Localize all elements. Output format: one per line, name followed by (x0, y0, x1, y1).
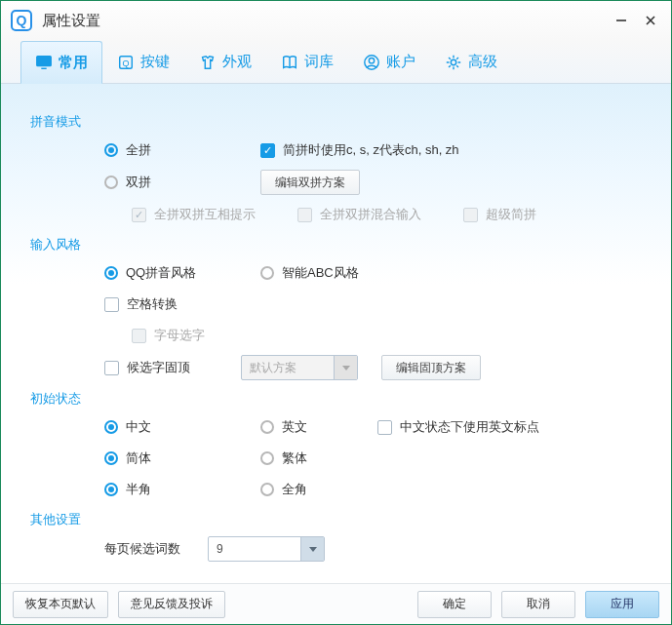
gear-icon (445, 54, 462, 71)
radio-label: 半角 (126, 481, 151, 498)
checkbox-label: 全拼双拼混合输入 (320, 206, 421, 223)
radio-abc-style[interactable] (260, 266, 274, 280)
radio-traditional[interactable] (260, 451, 274, 465)
tab-appearance[interactable]: 外观 (184, 40, 266, 83)
minimize-button[interactable] (607, 6, 636, 35)
radio-label: 繁体 (282, 449, 307, 467)
select-value: 默认方案 (242, 360, 334, 376)
section-input-style: 输入风格 (30, 236, 642, 254)
tab-label: 账户 (386, 53, 415, 71)
tab-account[interactable]: 账户 (348, 40, 430, 83)
feedback-button[interactable]: 意见反馈及投诉 (118, 591, 225, 618)
radio-simplified[interactable] (104, 451, 118, 465)
edit-top-scheme-button[interactable]: 编辑固顶方案 (381, 355, 481, 380)
checkbox-mix-hint (132, 208, 146, 222)
checkbox-label: 空格转换 (127, 295, 178, 313)
checkbox-space-convert[interactable] (104, 297, 119, 312)
shirt-icon (199, 54, 217, 71)
radio-fullwidth[interactable] (260, 483, 274, 496)
radio-label: 简体 (126, 449, 151, 467)
section-initial-state: 初始状态 (30, 390, 642, 408)
radio-label: QQ拼音风格 (126, 264, 196, 282)
select-top-scheme: 默认方案 (241, 355, 358, 380)
radio-chinese[interactable] (104, 420, 118, 434)
checkbox-en-punct-in-cn[interactable] (377, 420, 392, 435)
ok-button[interactable]: 确定 (417, 591, 492, 618)
tab-keys[interactable]: Q 按键 (102, 40, 184, 83)
apply-button[interactable]: 应用 (585, 591, 659, 618)
per-page-label: 每页候选词数 (104, 540, 196, 558)
tab-common[interactable]: 常用 (20, 41, 102, 84)
content-area: 拼音模式 全拼 简拼时使用c, s, z代表ch, sh, zh 双拼 编辑双拼… (1, 84, 671, 584)
tab-advanced[interactable]: 高级 (430, 40, 512, 83)
checkbox-label: 全拼双拼互相提示 (154, 206, 256, 223)
select-value: 9 (209, 542, 300, 556)
svg-point-9 (369, 58, 374, 62)
section-other: 其他设置 (30, 511, 642, 528)
checkbox-super-simple (463, 208, 478, 222)
select-candidates-per-page[interactable]: 9 (208, 536, 325, 562)
cancel-button[interactable]: 取消 (501, 591, 575, 618)
radio-english[interactable] (260, 420, 274, 434)
radio-label: 全拼 (126, 141, 151, 159)
checkbox-fixed-top[interactable] (104, 361, 119, 375)
checkbox-label: 简拼时使用c, s, z代表ch, sh, zh (283, 141, 459, 159)
app-logo-icon (11, 10, 32, 31)
radio-label: 中文 (126, 418, 151, 436)
radio-double-pinyin[interactable] (104, 176, 118, 189)
checkbox-mix-input (297, 208, 312, 222)
svg-text:Q: Q (122, 58, 129, 67)
title-bar: 属性设置 (1, 1, 671, 40)
radio-label: 智能ABC风格 (282, 264, 359, 282)
radio-halfwidth[interactable] (104, 483, 118, 496)
tab-label: 常用 (59, 54, 88, 72)
svg-rect-3 (37, 57, 51, 66)
svg-point-10 (451, 59, 455, 64)
restore-defaults-button[interactable]: 恢复本页默认 (13, 591, 108, 618)
footer-bar: 恢复本页默认 意见反馈及投诉 确定 取消 应用 (1, 583, 671, 624)
tab-bar: 常用 Q 按键 外观 词库 账户 高级 (1, 40, 671, 84)
chevron-down-icon (300, 537, 324, 561)
key-icon: Q (117, 54, 135, 71)
monitor-icon (35, 54, 53, 71)
user-icon (363, 54, 380, 71)
checkbox-label: 候选字固顶 (127, 359, 190, 376)
checkbox-label: 超级简拼 (486, 206, 536, 223)
tab-label: 按键 (140, 53, 170, 71)
checkbox-label: 字母选字 (154, 327, 205, 344)
radio-label: 双拼 (126, 174, 151, 191)
radio-qq-style[interactable] (104, 266, 118, 280)
chevron-down-icon (334, 356, 357, 379)
checkbox-letter-select (132, 329, 146, 343)
tab-label: 高级 (468, 53, 497, 71)
book-icon (281, 54, 298, 71)
radio-full-pinyin[interactable] (104, 143, 118, 157)
tab-label: 词库 (304, 53, 334, 71)
section-pinyin-mode: 拼音模式 (30, 113, 642, 131)
tab-dict[interactable]: 词库 (266, 40, 348, 83)
edit-double-scheme-button[interactable]: 编辑双拼方案 (260, 170, 360, 195)
checkbox-simple-csz[interactable] (260, 143, 275, 158)
radio-label: 全角 (282, 481, 307, 498)
window-title: 属性设置 (42, 12, 100, 30)
close-button[interactable] (636, 6, 665, 35)
tab-label: 外观 (222, 53, 252, 71)
radio-label: 英文 (282, 418, 307, 436)
checkbox-label: 中文状态下使用英文标点 (400, 418, 539, 436)
